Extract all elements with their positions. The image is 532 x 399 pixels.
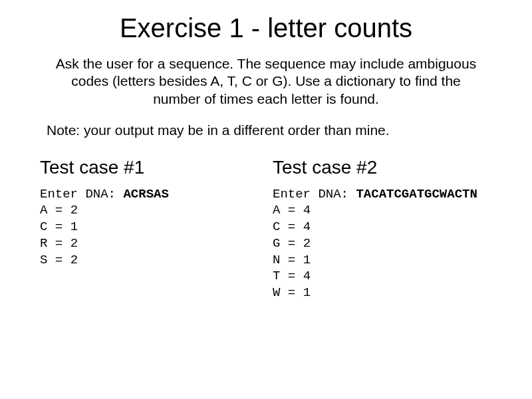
result-count: 2 [70, 253, 78, 267]
exercise-note: Note: your output may be in a different … [47, 122, 485, 138]
result-line: A [40, 203, 47, 217]
result-line: S [40, 253, 47, 267]
result-count: 2 [303, 236, 311, 251]
result-line: G [273, 236, 280, 251]
user-input: TACATCGATGCWACTN [356, 187, 477, 201]
result-line: A [273, 203, 280, 217]
page-title: Exercise 1 - letter counts [27, 13, 505, 43]
exercise-description: Ask the user for a sequence. The sequenc… [53, 55, 479, 108]
test-case-output: Enter DNA: TACATCGATGCWACTN A = 4 C = 4 … [273, 186, 505, 301]
result-count: 1 [303, 253, 311, 267]
test-case-1: Test case #1 Enter DNA: ACRSAS A = 2 C =… [40, 157, 273, 301]
result-count: 1 [70, 219, 78, 234]
result-line: C [40, 219, 47, 234]
result-line: W [273, 285, 280, 300]
test-case-title: Test case #2 [273, 157, 505, 178]
result-line: C [273, 219, 280, 234]
result-count: 4 [303, 203, 311, 217]
result-count: 4 [303, 219, 311, 234]
result-line: R [40, 236, 47, 251]
result-count: 1 [303, 285, 311, 300]
result-count: 4 [303, 269, 311, 283]
test-cases: Test case #1 Enter DNA: ACRSAS A = 2 C =… [27, 157, 505, 301]
prompt-text: Enter DNA: [40, 187, 123, 201]
result-line: T [273, 269, 280, 283]
result-line: N [273, 253, 280, 267]
test-case-output: Enter DNA: ACRSAS A = 2 C = 1 R = 2 S = … [40, 186, 273, 268]
result-count: 2 [70, 236, 78, 251]
result-count: 2 [70, 203, 78, 217]
test-case-2: Test case #2 Enter DNA: TACATCGATGCWACTN… [273, 157, 505, 301]
test-case-title: Test case #1 [40, 157, 273, 178]
prompt-text: Enter DNA: [273, 187, 356, 201]
user-input: ACRSAS [123, 187, 168, 201]
